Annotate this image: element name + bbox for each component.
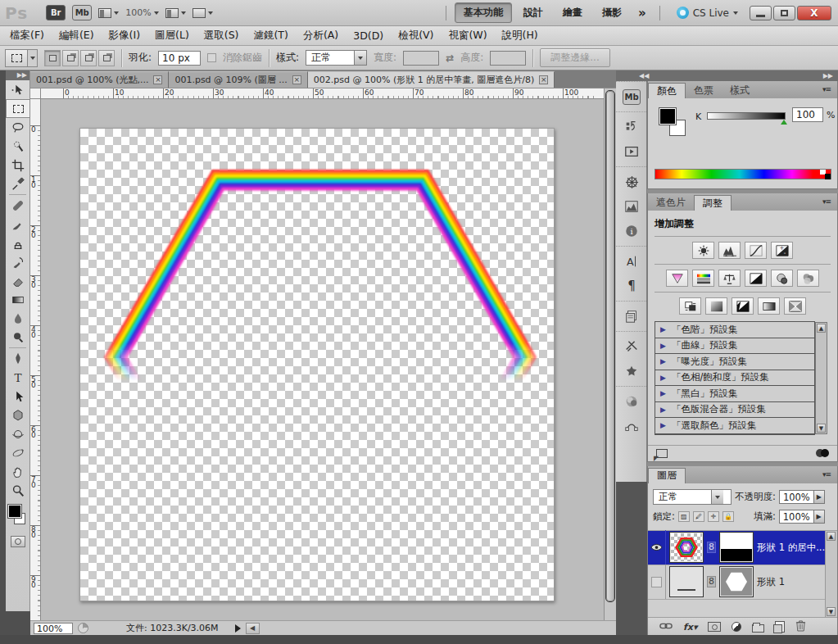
k-slider[interactable] — [707, 112, 786, 120]
lock-transparency-icon[interactable]: ▨ — [678, 511, 690, 522]
expand-triangle-icon[interactable]: ▶ — [660, 374, 666, 382]
delete-layer-button[interactable] — [795, 619, 806, 634]
add-selection-button[interactable] — [62, 50, 79, 66]
layer-style-button[interactable]: fx▾ — [683, 622, 697, 633]
blur-tool[interactable] — [6, 309, 30, 328]
layer-name[interactable]: 形狀 1 的居中... — [757, 542, 825, 554]
tab-styles[interactable]: 樣式 — [722, 83, 758, 98]
preset-row-2[interactable]: ▶「曝光度」預設集 — [655, 354, 814, 370]
tab-masks[interactable]: 遮色片 — [648, 195, 694, 211]
k-slider-marker[interactable] — [781, 120, 787, 125]
view-extras-button[interactable] — [98, 8, 119, 18]
menu-item-0[interactable]: 檔案(F) — [10, 29, 44, 43]
rectangular-marquee-tool[interactable] — [6, 99, 30, 118]
eraser-tool[interactable] — [6, 271, 30, 290]
history-brush-tool[interactable] — [6, 252, 30, 271]
add-layer-mask-button[interactable] — [708, 622, 721, 632]
preset-row-5[interactable]: ▶「色版混合器」預設集 — [655, 402, 814, 419]
opacity-stepper[interactable]: 100%▶ — [779, 490, 825, 504]
mini-bridge-panel-icon[interactable]: Mb — [616, 84, 647, 109]
scroll-down-icon[interactable]: ▼ — [827, 607, 836, 616]
tab-swatches[interactable]: 色票 — [686, 83, 722, 98]
new-group-button[interactable] — [752, 624, 764, 633]
quick-selection-tool[interactable] — [6, 137, 30, 156]
layer-thumbnail[interactable] — [670, 533, 703, 562]
zoom-tool[interactable] — [6, 481, 30, 500]
photo-filter-icon[interactable] — [771, 270, 793, 287]
actions-panel-icon[interactable] — [616, 139, 647, 164]
posterize-icon[interactable] — [705, 297, 727, 315]
menu-item-3[interactable]: 圖層(L) — [155, 29, 189, 43]
antialias-checkbox[interactable] — [207, 53, 216, 62]
selective-color-icon[interactable] — [784, 297, 806, 315]
document-tab-3[interactable]: 002.psd @ 100% (形狀 1 的居中筆畫, 圖層遮色片/8)× — [308, 71, 555, 88]
vibrance-icon[interactable] — [666, 270, 688, 287]
vertical-scrollbar[interactable] — [604, 88, 616, 620]
paragraph-panel-icon[interactable]: ¶ — [616, 274, 647, 298]
tools-collapse-button[interactable]: ▶▶ — [6, 70, 29, 80]
type-tool[interactable]: T — [6, 368, 30, 387]
link-layers-button[interactable] — [659, 621, 673, 633]
paths-panel-icon[interactable] — [616, 414, 647, 438]
expand-triangle-icon[interactable]: ▶ — [660, 325, 666, 333]
layer-row-1[interactable]: 8 形狀 1 的居中... — [648, 531, 837, 565]
menu-item-2[interactable]: 影像(I) — [109, 29, 140, 43]
close-tab-icon[interactable]: × — [539, 75, 548, 84]
foreground-color-swatch[interactable] — [659, 108, 676, 125]
close-tab-icon[interactable]: × — [153, 75, 162, 84]
visibility-toggle[interactable] — [648, 565, 666, 599]
hue-saturation-icon[interactable] — [692, 270, 714, 287]
status-zoom-input[interactable]: 100% — [34, 623, 73, 634]
gradient-map-icon[interactable] — [758, 297, 780, 315]
preset-row-4[interactable]: ▶「黑白」預設集 — [655, 386, 814, 402]
curves-icon[interactable] — [745, 242, 767, 259]
document-tab-1[interactable]: 001.psd @ 100% (光點,...× — [30, 71, 169, 88]
visibility-toggle[interactable] — [648, 530, 666, 565]
layer-mask-thumbnail[interactable] — [720, 533, 753, 562]
brush-tool[interactable] — [6, 215, 30, 234]
menu-item-9[interactable]: 視窗(W) — [448, 29, 487, 43]
black-white-icon[interactable] — [745, 270, 767, 287]
quick-mask-button[interactable] — [11, 536, 25, 547]
intersect-selection-button[interactable] — [98, 50, 115, 66]
expand-panels-icon[interactable]: ▶▶ — [823, 70, 833, 81]
new-adjustment-layer-button[interactable] — [732, 622, 741, 632]
menu-item-4[interactable]: 選取(S) — [204, 29, 239, 43]
width-input[interactable] — [403, 51, 439, 66]
fill-stepper[interactable]: 100%▶ — [779, 510, 825, 524]
layers-scrollbar[interactable]: ▲ ▼ — [825, 531, 837, 617]
invert-icon[interactable] — [679, 297, 701, 315]
3d-object-rotate-tool[interactable] — [6, 424, 30, 443]
close-tab-icon[interactable]: × — [292, 75, 301, 84]
preset-row-6[interactable]: ▶「選取顏色」預設集 — [655, 418, 814, 434]
menu-item-6[interactable]: 分析(A) — [303, 29, 338, 43]
clone-stamp-tool[interactable] — [6, 234, 30, 252]
new-selection-button[interactable] — [44, 50, 61, 66]
channel-mixer-icon[interactable] — [797, 270, 819, 287]
threshold-icon[interactable] — [732, 297, 754, 315]
refine-edge-button[interactable]: 調整邊緣... — [540, 48, 609, 67]
screen-mode-button[interactable] — [193, 8, 213, 18]
gradient-tool[interactable] — [6, 290, 30, 309]
status-menu-arrow[interactable] — [235, 624, 241, 633]
expand-triangle-icon[interactable]: ▶ — [660, 406, 666, 414]
launch-bridge-button[interactable]: Br — [46, 5, 66, 20]
panel-menu-icon[interactable] — [819, 197, 834, 206]
mask-link-icon[interactable]: 8 — [707, 542, 716, 553]
color-balance-icon[interactable] — [718, 270, 741, 287]
3d-materials-panel-icon[interactable] — [616, 389, 647, 414]
vector-mask-thumbnail[interactable] — [720, 567, 753, 596]
workspace-painting[interactable]: 繪畫 — [555, 3, 591, 22]
color-spectrum-ramp[interactable] — [655, 169, 831, 179]
dodge-tool[interactable] — [6, 328, 30, 347]
k-value-input[interactable]: 100 — [792, 107, 823, 122]
menu-item-1[interactable]: 編輯(E) — [59, 29, 94, 43]
close-button[interactable]: X — [797, 6, 831, 20]
path-selection-tool[interactable] — [6, 387, 30, 406]
new-layer-button[interactable] — [775, 621, 785, 633]
lasso-tool[interactable] — [6, 118, 30, 137]
brightness-contrast-icon[interactable] — [692, 242, 714, 259]
style-dropdown[interactable]: 正常 — [306, 50, 367, 66]
workspace-overflow-button[interactable]: » — [633, 6, 651, 20]
subtract-selection-button[interactable] — [80, 50, 97, 66]
